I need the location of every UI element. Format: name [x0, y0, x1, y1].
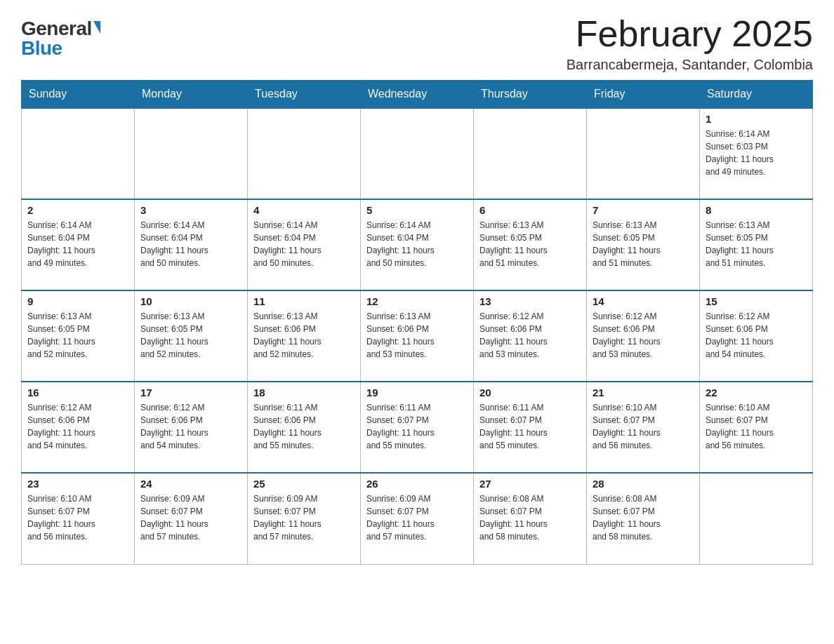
- day-number: 9: [27, 295, 128, 307]
- day-number: 25: [253, 478, 355, 490]
- day-number: 10: [140, 295, 241, 307]
- day-number: 28: [593, 478, 694, 490]
- day-info: Sunrise: 6:13 AMSunset: 6:05 PMDaylight:…: [479, 219, 581, 269]
- calendar-cell: [22, 108, 135, 199]
- logo-triangle-icon: [93, 21, 100, 34]
- day-info: Sunrise: 6:12 AMSunset: 6:06 PMDaylight:…: [593, 310, 694, 361]
- day-number: 8: [706, 204, 807, 216]
- day-info: Sunrise: 6:12 AMSunset: 6:06 PMDaylight:…: [706, 310, 807, 361]
- day-info: Sunrise: 6:10 AMSunset: 6:07 PMDaylight:…: [706, 401, 807, 452]
- day-number: 6: [479, 204, 581, 216]
- calendar-day-header: Wednesday: [361, 81, 474, 109]
- calendar-header-row: SundayMondayTuesdayWednesdayThursdayFrid…: [22, 81, 813, 109]
- calendar-table: SundayMondayTuesdayWednesdayThursdayFrid…: [21, 80, 813, 565]
- calendar-cell: 23Sunrise: 6:10 AMSunset: 6:07 PMDayligh…: [22, 473, 135, 564]
- day-number: 18: [253, 387, 355, 398]
- calendar-cell: [135, 108, 248, 199]
- calendar-day-header: Tuesday: [248, 81, 361, 109]
- calendar-day-header: Sunday: [22, 81, 135, 109]
- day-info: Sunrise: 6:10 AMSunset: 6:07 PMDaylight:…: [593, 401, 694, 452]
- day-info: Sunrise: 6:08 AMSunset: 6:07 PMDaylight:…: [593, 492, 694, 543]
- calendar-cell: 1Sunrise: 6:14 AMSunset: 6:03 PMDaylight…: [700, 108, 813, 199]
- calendar-cell: 28Sunrise: 6:08 AMSunset: 6:07 PMDayligh…: [587, 473, 700, 564]
- calendar-cell: 3Sunrise: 6:14 AMSunset: 6:04 PMDaylight…: [135, 199, 248, 290]
- calendar-cell: 21Sunrise: 6:10 AMSunset: 6:07 PMDayligh…: [587, 382, 700, 473]
- calendar-cell: 2Sunrise: 6:14 AMSunset: 6:04 PMDaylight…: [22, 199, 135, 290]
- calendar-week-row: 2Sunrise: 6:14 AMSunset: 6:04 PMDaylight…: [22, 199, 813, 290]
- day-info: Sunrise: 6:09 AMSunset: 6:07 PMDaylight:…: [253, 492, 355, 543]
- day-info: Sunrise: 6:13 AMSunset: 6:05 PMDaylight:…: [706, 219, 807, 269]
- calendar-cell: [474, 108, 587, 199]
- calendar-cell: 20Sunrise: 6:11 AMSunset: 6:07 PMDayligh…: [474, 382, 587, 473]
- calendar-cell: [587, 108, 700, 199]
- page-header: General Blue February 2025 Barrancaberme…: [21, 14, 813, 73]
- calendar-week-row: 16Sunrise: 6:12 AMSunset: 6:06 PMDayligh…: [22, 382, 813, 473]
- month-title: February 2025: [567, 14, 813, 54]
- calendar-week-row: 9Sunrise: 6:13 AMSunset: 6:05 PMDaylight…: [22, 290, 813, 382]
- day-number: 26: [366, 478, 468, 490]
- day-info: Sunrise: 6:12 AMSunset: 6:06 PMDaylight:…: [140, 401, 241, 452]
- calendar-cell: 22Sunrise: 6:10 AMSunset: 6:07 PMDayligh…: [700, 382, 813, 473]
- calendar-cell: 24Sunrise: 6:09 AMSunset: 6:07 PMDayligh…: [135, 473, 248, 564]
- day-number: 12: [366, 295, 468, 307]
- day-info: Sunrise: 6:09 AMSunset: 6:07 PMDaylight:…: [140, 492, 241, 543]
- day-number: 13: [479, 295, 581, 307]
- day-info: Sunrise: 6:08 AMSunset: 6:07 PMDaylight:…: [479, 492, 581, 543]
- day-number: 11: [253, 295, 355, 307]
- day-info: Sunrise: 6:13 AMSunset: 6:05 PMDaylight:…: [140, 310, 241, 361]
- day-number: 16: [27, 387, 128, 398]
- calendar-cell: 17Sunrise: 6:12 AMSunset: 6:06 PMDayligh…: [135, 382, 248, 473]
- day-info: Sunrise: 6:10 AMSunset: 6:07 PMDaylight:…: [27, 492, 128, 543]
- calendar-cell: 15Sunrise: 6:12 AMSunset: 6:06 PMDayligh…: [700, 290, 813, 382]
- calendar-cell: 5Sunrise: 6:14 AMSunset: 6:04 PMDaylight…: [361, 199, 474, 290]
- day-number: 15: [706, 295, 807, 307]
- day-info: Sunrise: 6:13 AMSunset: 6:06 PMDaylight:…: [253, 310, 355, 361]
- day-info: Sunrise: 6:09 AMSunset: 6:07 PMDaylight:…: [366, 492, 468, 543]
- day-number: 14: [593, 295, 694, 307]
- day-info: Sunrise: 6:11 AMSunset: 6:07 PMDaylight:…: [479, 401, 581, 452]
- title-section: February 2025 Barrancabermeja, Santander…: [567, 14, 813, 73]
- calendar-cell: 19Sunrise: 6:11 AMSunset: 6:07 PMDayligh…: [361, 382, 474, 473]
- calendar-cell: 27Sunrise: 6:08 AMSunset: 6:07 PMDayligh…: [474, 473, 587, 564]
- calendar-cell: [248, 108, 361, 199]
- calendar-cell: 13Sunrise: 6:12 AMSunset: 6:06 PMDayligh…: [474, 290, 587, 382]
- calendar-cell: 25Sunrise: 6:09 AMSunset: 6:07 PMDayligh…: [248, 473, 361, 564]
- day-number: 2: [27, 204, 128, 216]
- day-info: Sunrise: 6:12 AMSunset: 6:06 PMDaylight:…: [27, 401, 128, 452]
- calendar-week-row: 23Sunrise: 6:10 AMSunset: 6:07 PMDayligh…: [22, 473, 813, 564]
- day-info: Sunrise: 6:14 AMSunset: 6:04 PMDaylight:…: [366, 219, 468, 269]
- calendar-cell: 7Sunrise: 6:13 AMSunset: 6:05 PMDaylight…: [587, 199, 700, 290]
- day-info: Sunrise: 6:14 AMSunset: 6:04 PMDaylight:…: [27, 219, 128, 269]
- calendar-cell: 4Sunrise: 6:14 AMSunset: 6:04 PMDaylight…: [248, 199, 361, 290]
- day-info: Sunrise: 6:14 AMSunset: 6:04 PMDaylight:…: [140, 219, 241, 269]
- calendar-cell: 14Sunrise: 6:12 AMSunset: 6:06 PMDayligh…: [587, 290, 700, 382]
- calendar-day-header: Monday: [135, 81, 248, 109]
- calendar-day-header: Saturday: [700, 81, 813, 109]
- calendar-day-header: Friday: [587, 81, 700, 109]
- calendar-week-row: 1Sunrise: 6:14 AMSunset: 6:03 PMDaylight…: [22, 108, 813, 199]
- calendar-cell: 11Sunrise: 6:13 AMSunset: 6:06 PMDayligh…: [248, 290, 361, 382]
- day-number: 24: [140, 478, 241, 490]
- day-number: 20: [479, 387, 581, 398]
- day-number: 7: [593, 204, 694, 216]
- calendar-cell: 16Sunrise: 6:12 AMSunset: 6:06 PMDayligh…: [22, 382, 135, 473]
- day-number: 17: [140, 387, 241, 398]
- calendar-cell: [361, 108, 474, 199]
- day-info: Sunrise: 6:14 AMSunset: 6:03 PMDaylight:…: [706, 128, 807, 178]
- day-number: 3: [140, 204, 241, 216]
- logo-blue-text: Blue: [21, 37, 62, 60]
- day-number: 4: [253, 204, 355, 216]
- day-number: 22: [706, 387, 807, 398]
- calendar-cell: 18Sunrise: 6:11 AMSunset: 6:06 PMDayligh…: [248, 382, 361, 473]
- calendar-cell: 10Sunrise: 6:13 AMSunset: 6:05 PMDayligh…: [135, 290, 248, 382]
- day-info: Sunrise: 6:14 AMSunset: 6:04 PMDaylight:…: [253, 219, 355, 269]
- calendar-cell: 12Sunrise: 6:13 AMSunset: 6:06 PMDayligh…: [361, 290, 474, 382]
- calendar-cell: 8Sunrise: 6:13 AMSunset: 6:05 PMDaylight…: [700, 199, 813, 290]
- day-number: 1: [706, 113, 807, 125]
- day-number: 5: [366, 204, 468, 216]
- day-number: 19: [366, 387, 468, 398]
- calendar-cell: 6Sunrise: 6:13 AMSunset: 6:05 PMDaylight…: [474, 199, 587, 290]
- day-info: Sunrise: 6:12 AMSunset: 6:06 PMDaylight:…: [479, 310, 581, 361]
- calendar-cell: [700, 473, 813, 564]
- day-info: Sunrise: 6:13 AMSunset: 6:06 PMDaylight:…: [366, 310, 468, 361]
